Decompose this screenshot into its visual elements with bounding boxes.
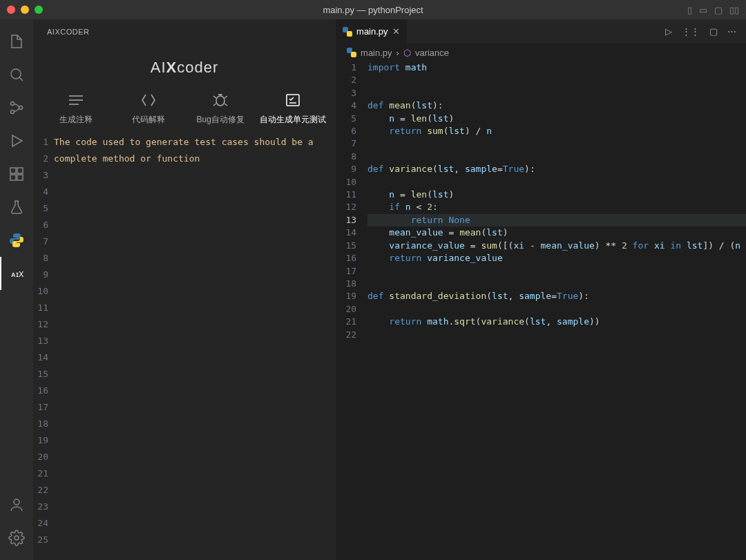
code-line[interactable] (367, 278, 746, 290)
breadcrumbs[interactable]: main.py › ⬡ variance (336, 44, 746, 61)
editor-tabs: main.py ✕ ▷ ⋮⋮ ▢ ⋯ (336, 19, 746, 44)
title-bar-layout-buttons: ▯ ▭ ▢ ▯▯ (687, 5, 739, 15)
account-icon[interactable] (0, 488, 33, 521)
test-icon (283, 92, 303, 108)
editor-tab-label: main.py (356, 26, 388, 37)
panel-left-icon[interactable]: ▯ (687, 5, 692, 15)
beaker-icon[interactable] (0, 191, 33, 224)
explain-icon (139, 92, 158, 108)
svg-point-2 (11, 110, 15, 114)
sidebar-tab-test[interactable]: 自动生成单元测试 (257, 92, 329, 126)
code-line[interactable]: return sum(lst) / n (367, 125, 746, 137)
split-action-icon[interactable]: ▢ (709, 26, 718, 37)
sidebar: AIXCODER AIXcoder 生成注释代码解释Bug自动修复自动生成单元测… (33, 19, 336, 560)
sidebar-tab-comment[interactable]: 生成注释 (40, 92, 113, 126)
breadcrumb-file[interactable]: main.py (361, 48, 392, 58)
symbol-icon: ⬡ (403, 48, 411, 58)
svg-rect-12 (287, 95, 299, 106)
panel-right-icon[interactable]: ▢ (714, 5, 723, 15)
editor-tab-main-py[interactable]: main.py ✕ (336, 19, 408, 44)
traffic-lights (7, 6, 43, 14)
sidebar-hint: The code used to generate test cases sho… (54, 134, 330, 167)
code-line[interactable]: n = len(lst) (367, 113, 746, 125)
code-line[interactable]: return math.sqrt(variance(lst, sample)) (367, 316, 746, 328)
explorer-icon[interactable] (0, 25, 33, 58)
python-icon[interactable] (0, 224, 33, 257)
svg-point-10 (15, 536, 19, 540)
sidebar-input-area[interactable]: 1234567891011121314151617181920212223242… (33, 134, 336, 560)
code-line[interactable] (367, 137, 746, 150)
code-line[interactable]: mean_value = mean(lst) (367, 226, 746, 239)
code-line[interactable] (367, 151, 746, 163)
code-line[interactable] (367, 176, 746, 189)
activity-bar: ᴀɪX (0, 19, 33, 560)
svg-text:ᴀɪX: ᴀɪX (11, 270, 24, 278)
sidebar-tab-label: 自动生成单元测试 (260, 114, 326, 126)
code-line[interactable]: def standard_deviation(lst, sample=True)… (367, 290, 746, 302)
svg-point-0 (11, 69, 21, 79)
sidebar-tabs: 生成注释代码解释Bug自动修复自动生成单元测试 (33, 86, 336, 134)
close-tab-icon[interactable]: ✕ (392, 26, 400, 37)
sidebar-tab-explain[interactable]: 代码解释 (113, 92, 185, 126)
svg-rect-6 (10, 175, 16, 180)
close-window-button[interactable] (7, 6, 15, 14)
maximize-window-button[interactable] (35, 6, 43, 14)
minimize-window-button[interactable] (21, 6, 29, 14)
editor-tab-actions: ▷ ⋮⋮ ▢ ⋯ (665, 19, 746, 44)
more-action-icon[interactable]: ⋯ (727, 26, 736, 37)
python-file-icon (343, 27, 352, 37)
code-line[interactable]: def mean(lst): (367, 99, 746, 112)
title-bar: main.py — pythonProject ▯ ▭ ▢ ▯▯ (0, 0, 746, 19)
bug-icon (211, 92, 230, 108)
code-line[interactable]: n = len(lst) (367, 189, 746, 201)
sidebar-tab-bug[interactable]: Bug自动修复 (184, 92, 257, 126)
sidebar-tab-label: 代码解释 (132, 114, 165, 126)
code-line[interactable] (367, 87, 746, 99)
code-line[interactable] (367, 329, 746, 341)
code-line[interactable]: return variance_value (367, 252, 746, 264)
panel-bottom-icon[interactable]: ▭ (699, 5, 707, 15)
code-line[interactable]: def variance(lst, sample=True): (367, 163, 746, 175)
code-line[interactable] (367, 74, 746, 86)
code-line[interactable] (367, 265, 746, 278)
editor-code-area[interactable]: 12345678910111213141516171819202122 impo… (336, 61, 746, 560)
code-line[interactable]: return None (367, 214, 746, 226)
sidebar-header: AIXCODER (33, 19, 336, 44)
scm-icon[interactable] (0, 91, 33, 124)
svg-point-11 (216, 96, 224, 106)
svg-rect-7 (17, 175, 23, 180)
code-line[interactable]: if n < 2: (367, 201, 746, 213)
svg-point-9 (14, 499, 19, 505)
code-line[interactable]: variance_value = sum([(xi - mean_value) … (367, 240, 746, 252)
sidebar-tab-label: 生成注释 (59, 114, 93, 126)
extensions-icon[interactable] (0, 157, 33, 191)
search-icon[interactable] (0, 58, 33, 91)
code-line[interactable]: import math (367, 61, 746, 74)
editor-area: main.py ✕ ▷ ⋮⋮ ▢ ⋯ main.py › ⬡ variance … (336, 19, 746, 560)
run-icon[interactable] (0, 124, 33, 157)
svg-rect-5 (17, 168, 23, 173)
code-line[interactable] (367, 303, 746, 316)
svg-rect-4 (10, 168, 16, 173)
sidebar-tab-label: Bug自动修复 (197, 114, 245, 126)
breadcrumb-separator: › (396, 48, 399, 58)
run-action-icon[interactable]: ▷ (665, 26, 672, 37)
comment-icon (66, 92, 86, 108)
aixcoder-logo: AIXcoder (33, 44, 336, 86)
window-title: main.py — pythonProject (323, 5, 423, 15)
python-file-icon (347, 48, 356, 57)
aixcoder-icon[interactable]: ᴀɪX (0, 257, 33, 290)
settings-icon[interactable] (0, 521, 33, 554)
breadcrumb-symbol[interactable]: variance (415, 48, 449, 58)
layout-icon[interactable]: ▯▯ (729, 5, 739, 15)
svg-point-1 (11, 102, 15, 106)
compare-action-icon[interactable]: ⋮⋮ (682, 26, 700, 37)
